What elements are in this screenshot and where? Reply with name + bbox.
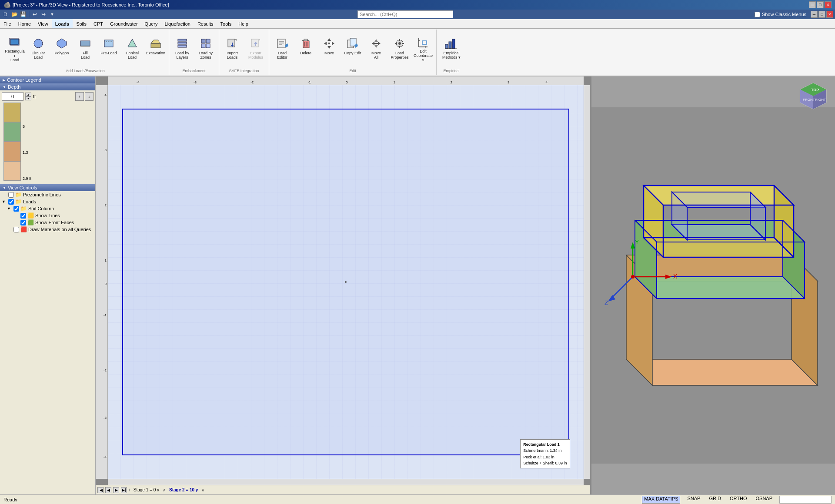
show-front-faces-checkbox[interactable] xyxy=(20,220,26,225)
redo-button[interactable]: ↪ xyxy=(40,10,47,18)
depth-down-button[interactable]: ▼ xyxy=(25,96,31,100)
depth-input[interactable] xyxy=(2,92,23,101)
tree-item-piezometric[interactable]: 📁 Piezometric Lines xyxy=(0,191,95,198)
plan-vscroll[interactable] xyxy=(584,85,590,479)
menu-file[interactable]: File xyxy=(0,19,15,28)
move-all-button[interactable]: MoveAll xyxy=(365,34,387,64)
plan-canvas-container[interactable]: -4 -3 -2 -1 0 1 2 3 4 4 3 xyxy=(96,76,590,485)
status-snap[interactable]: SNAP xyxy=(685,496,702,504)
polygon-button[interactable]: Polygon xyxy=(50,34,73,64)
menu-home[interactable]: Home xyxy=(15,19,34,28)
stage-first-button[interactable]: |◀ xyxy=(97,487,104,493)
layer-down-button[interactable]: ↓ xyxy=(85,92,94,101)
edit-coordinates-button[interactable]: EditCoordinates xyxy=(412,34,434,64)
stage-next-button[interactable]: ▶ xyxy=(113,487,119,493)
menu-help[interactable]: Help xyxy=(235,19,252,28)
menu-liquefaction[interactable]: Liquefaction xyxy=(161,19,194,28)
svg-text:TOP: TOP xyxy=(811,88,819,92)
menu-soils[interactable]: Soils xyxy=(73,19,90,28)
restore-button2[interactable]: □ xyxy=(818,11,825,18)
plan-hscroll[interactable] xyxy=(108,479,584,485)
stage-last-button[interactable]: ▶| xyxy=(121,487,127,493)
copy-edit-button[interactable]: Copy Edit xyxy=(341,34,364,64)
svg-marker-59 xyxy=(425,46,428,48)
legend-tick-3: 1.3 xyxy=(23,150,31,155)
save-button[interactable]: 💾 xyxy=(19,10,27,18)
svg-marker-38 xyxy=(327,46,331,49)
show-classic-menus-checkbox[interactable] xyxy=(755,12,760,17)
menu-cpt[interactable]: CPT xyxy=(90,19,107,28)
circular-load-button[interactable]: CircularLoad xyxy=(27,34,50,64)
3d-canvas[interactable]: Y X Z xyxy=(591,76,835,494)
depth-header[interactable]: ▼ Depth xyxy=(0,83,95,90)
stage2-label[interactable]: Stage 2 = 10 y xyxy=(167,487,200,492)
tree-item-loads[interactable]: ▼ 📁 Loads xyxy=(0,198,95,205)
loads-label: Loads xyxy=(23,199,36,204)
depth-up-button[interactable]: ▲ xyxy=(25,93,31,96)
loads-expand[interactable]: ▼ xyxy=(2,199,7,204)
status-grid[interactable]: GRID xyxy=(707,496,723,504)
layer-up-button[interactable]: ↑ xyxy=(75,92,84,101)
excavation-button[interactable]: Excavation xyxy=(144,34,167,64)
ruler-h-m1: -1 xyxy=(307,80,311,84)
search-input[interactable] xyxy=(357,10,453,18)
open-button[interactable]: 📂 xyxy=(10,10,18,18)
menu-view[interactable]: View xyxy=(34,19,52,28)
minimize-button[interactable]: ─ xyxy=(809,1,816,8)
load-properties-button[interactable]: LoadProperties xyxy=(388,34,411,64)
close-button[interactable]: ✕ xyxy=(825,1,832,8)
copy-edit-icon xyxy=(346,36,360,50)
conical-load-button[interactable]: ConicalLoad xyxy=(121,34,144,64)
contour-legend-header[interactable]: ▶ Contour Legend xyxy=(0,76,95,83)
draw-materials-checkbox[interactable] xyxy=(13,227,19,232)
piezometric-checkbox[interactable] xyxy=(8,192,14,198)
undo-button[interactable]: ↩ xyxy=(31,10,39,18)
close-button2[interactable]: ✕ xyxy=(826,11,833,18)
soil-column-expand[interactable]: ▼ xyxy=(7,206,12,211)
load-editor-button[interactable]: LoadEditor xyxy=(271,34,294,64)
menu-query[interactable]: Query xyxy=(141,19,161,28)
qa-dropdown-button[interactable]: ▼ xyxy=(48,10,56,18)
ribbon-group-safe: ImportLoads ExportModulus SAFE Integrati… xyxy=(219,30,269,75)
soil-column-checkbox[interactable] xyxy=(13,206,19,212)
menu-loads[interactable]: Loads xyxy=(52,19,73,28)
view-controls-header[interactable]: ▼ View Controls xyxy=(0,184,95,191)
export-modulus-button[interactable]: ExportModulus xyxy=(244,34,267,64)
minimize-button2[interactable]: ─ xyxy=(811,11,818,18)
pre-load-button[interactable]: Pre-Load xyxy=(97,34,120,64)
move-button[interactable]: Move xyxy=(318,34,341,64)
load-by-layers-button[interactable]: Load byLayers xyxy=(171,34,194,64)
tree-item-soil-column[interactable]: ▼ 📁 Soil Column xyxy=(0,205,95,212)
status-ortho[interactable]: ORTHO xyxy=(728,496,749,504)
menu-results[interactable]: Results xyxy=(194,19,217,28)
svg-marker-3 xyxy=(57,39,67,48)
import-loads-button[interactable]: ImportLoads xyxy=(221,34,244,64)
menu-groundwater[interactable]: Groundwater xyxy=(107,19,141,28)
tooltip-row1: Schmertmann: 1.34 in xyxy=(523,448,567,454)
empirical-methods-button[interactable]: EmpiricalMethods ▾ xyxy=(438,34,464,64)
ruler-v-0: 0 xyxy=(105,282,107,286)
load-by-zones-button[interactable]: Load byZones xyxy=(194,34,217,64)
stage1-label[interactable]: Stage 1 = 0 y xyxy=(132,487,161,492)
new-button[interactable]: 🗋 xyxy=(2,10,10,18)
tree-item-show-front-faces[interactable]: 🟩 Show Front Faces xyxy=(0,219,95,226)
loads-checkbox[interactable] xyxy=(8,199,14,205)
svg-text:X: X xyxy=(673,273,678,280)
add-loads-label: Add Loads/Excavation xyxy=(66,68,105,74)
tree-item-draw-materials[interactable]: 🟥 Draw Materials on all Queries xyxy=(0,226,95,233)
status-osnap[interactable]: OSNAP xyxy=(754,496,774,504)
tree-item-show-lines[interactable]: 🟨 Show Lines xyxy=(0,212,95,219)
status-max-datatips[interactable]: MAX DATATIPS xyxy=(642,496,680,504)
status-coord-input[interactable] xyxy=(779,496,832,504)
delete-button[interactable]: Delete xyxy=(294,34,317,64)
rectangular-load-button[interactable]: RectangularLoad xyxy=(3,34,26,64)
stage-prev-button[interactable]: ◀ xyxy=(105,487,111,493)
show-lines-checkbox[interactable] xyxy=(20,213,26,219)
maximize-button[interactable]: □ xyxy=(817,1,824,8)
plan-drawing-area[interactable] xyxy=(108,85,584,479)
empirical-methods-label: EmpiricalMethods ▾ xyxy=(442,51,461,60)
menu-tools[interactable]: Tools xyxy=(217,19,235,28)
fill-load-label: FillLoad xyxy=(81,51,90,60)
fill-load-button[interactable]: FillLoad xyxy=(74,34,97,64)
svg-rect-26 xyxy=(277,39,285,48)
